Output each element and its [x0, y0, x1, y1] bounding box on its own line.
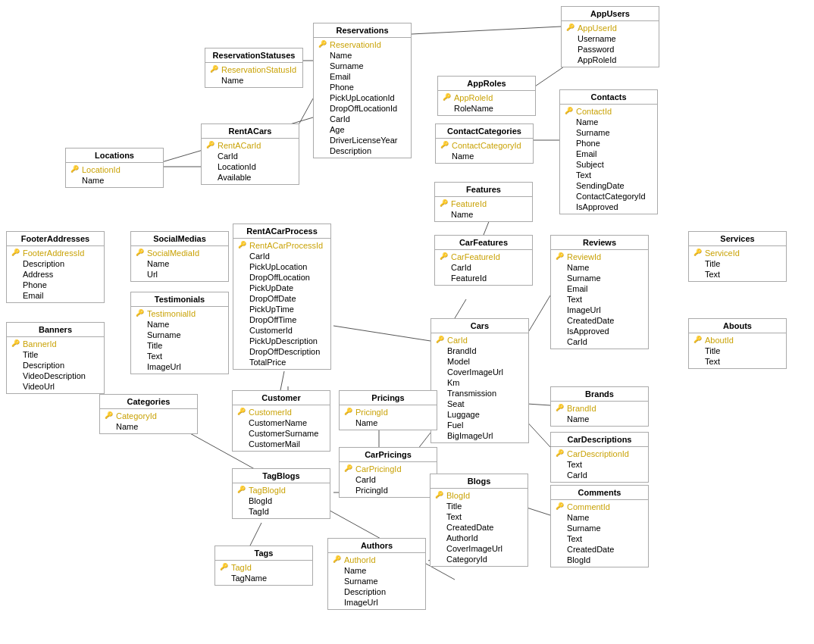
field-cars-2: Model [431, 356, 528, 367]
key-icon: 🔑 [556, 404, 565, 413]
field-name-comments-5: BlogId [567, 555, 590, 564]
field-authors-2: Surname [328, 576, 425, 586]
field-name-reservations-3: Email [330, 72, 351, 81]
field-contacts-1: Name [560, 117, 657, 127]
field-name-contacts-9: IsApproved [576, 202, 618, 211]
field-cars-0: 🔑CarId [431, 335, 528, 345]
table-body-comments: 🔑CommentIdNameSurnameTextCreatedDateBlog… [551, 500, 648, 567]
table-body-abouts: 🔑AboutIdTitleText [689, 333, 786, 368]
field-name-appUsers-1: Username [578, 34, 616, 43]
field-comments-0: 🔑CommentId [551, 502, 648, 512]
table-carFeatures: CarFeatures🔑CarFeatureIdCarIdFeatureId [434, 235, 533, 286]
field-name-reservations-9: DriverLicenseYear [330, 136, 397, 145]
key-icon: 🔑 [443, 93, 452, 102]
field-socialMedias-1: Name [131, 258, 228, 269]
field-contacts-0: 🔑ContactId [560, 106, 657, 117]
field-banners-2: Description [7, 360, 104, 370]
key-icon: 🔑 [565, 107, 574, 116]
field-reservations-9: DriverLicenseYear [314, 135, 411, 145]
table-body-blogs: 🔑BlogIdTitleTextCreatedDateAuthorIdCover… [430, 489, 528, 566]
table-header-appRoles: AppRoles [438, 77, 535, 91]
field-name-rentACarProcess-8: CustomerId [249, 326, 293, 335]
field-cars-4: Km [431, 377, 528, 388]
table-reviews: Reviews🔑ReviewIdNameSurnameEmailTextImag… [550, 235, 649, 349]
field-name-carFeatures-0: CarFeatureId [451, 252, 500, 261]
field-name-tagBlogs-0: TagBlogId [249, 486, 286, 495]
field-brands-1: Name [551, 414, 648, 424]
table-body-reservations: 🔑ReservationIdNameSurnameEmailPhonePickU… [314, 38, 411, 158]
table-header-rentACarProcess: RentACarProcess [233, 224, 330, 239]
field-authors-3: Description [328, 586, 425, 597]
field-name-banners-2: Description [23, 361, 64, 370]
table-header-cars: Cars [431, 319, 528, 333]
field-name-carDescriptions-2: CarId [567, 470, 587, 480]
field-appUsers-3: AppRoleId [562, 55, 659, 65]
field-name-rentACarProcess-11: TotalPrice [249, 358, 286, 367]
field-contacts-2: Surname [560, 127, 657, 138]
field-banners-0: 🔑BannerId [7, 339, 104, 349]
field-blogs-0: 🔑BlogId [430, 490, 528, 501]
field-comments-2: Surname [551, 523, 648, 533]
field-name-footerAddresses-4: Email [23, 291, 44, 300]
field-rentACarProcess-9: PickUpDescription [233, 336, 330, 346]
field-name-contacts-3: Phone [576, 139, 600, 148]
field-name-abouts-0: AboutId [705, 336, 734, 345]
field-name-contacts-6: Text [576, 170, 591, 180]
field-name-services-2: Text [705, 270, 720, 279]
field-testimonials-2: Surname [131, 330, 228, 340]
key-icon: 🔑 [693, 336, 703, 345]
field-reservations-5: PickUpLocationId [314, 92, 411, 103]
table-customer: Customer🔑CustomerIdCustomerNameCustomerS… [232, 390, 330, 452]
field-name-authors-1: Name [344, 566, 366, 575]
field-name-cars-6: Seat [447, 399, 465, 408]
field-appUsers-1: Username [562, 33, 659, 44]
field-cars-7: Luggage [431, 409, 528, 420]
key-icon: 🔑 [556, 252, 565, 261]
svg-line-14 [333, 326, 430, 341]
field-name-rentACars-1: CarId [218, 152, 238, 161]
field-banners-4: VideoUrl [7, 381, 104, 392]
field-comments-1: Name [551, 512, 648, 523]
er-diagram-canvas: Reservations🔑ReservationIdNameSurnameEma… [0, 0, 814, 644]
field-reviews-5: ImageUrl [551, 305, 648, 315]
table-header-carDescriptions: CarDescriptions [551, 433, 648, 447]
table-body-pricings: 🔑PricingIdName [340, 405, 437, 430]
table-carDescriptions: CarDescriptions🔑CarDescriptionIdTextCarI… [550, 432, 649, 483]
field-name-blogs-0: BlogId [446, 491, 470, 500]
field-name-blogs-5: CoverImageUrl [446, 544, 502, 553]
field-rentACarProcess-1: CarId [233, 251, 330, 261]
field-reviews-8: CarId [551, 336, 648, 347]
table-header-testimonials: Testimonials [131, 292, 228, 307]
field-rentACars-3: Available [202, 172, 299, 183]
field-name-comments-4: CreatedDate [567, 545, 614, 554]
field-reservations-1: Name [314, 50, 411, 61]
table-body-cars: 🔑CarIdBrandIdModelCoverImageUrlKmTransmi… [431, 333, 528, 442]
field-rentACarProcess-7: DropOffTime [233, 314, 330, 325]
field-name-testimonials-0: TestimonialId [147, 309, 196, 318]
field-cars-6: Seat [431, 399, 528, 409]
field-testimonials-0: 🔑TestimonialId [131, 308, 228, 319]
field-reservations-10: Description [314, 145, 411, 156]
field-contactCategories-0: 🔑ContactCategoryId [436, 140, 533, 151]
field-name-appRoles-0: AppRoleId [454, 93, 493, 102]
field-name-customer-1: CustomerName [249, 418, 307, 427]
field-appRoles-1: RoleName [438, 103, 535, 114]
field-name-contacts-2: Surname [576, 128, 610, 137]
table-header-tagBlogs: TagBlogs [233, 469, 330, 483]
field-pricings-1: Name [340, 417, 437, 428]
field-name-contacts-1: Name [576, 117, 598, 127]
svg-line-1 [412, 27, 561, 34]
field-footerAddresses-3: Phone [7, 280, 104, 290]
table-body-testimonials: 🔑TestimonialIdNameSurnameTitleTextImageU… [131, 307, 228, 374]
field-name-contacts-4: Email [576, 149, 597, 158]
field-footerAddresses-0: 🔑FooterAddressId [7, 248, 104, 258]
field-services-1: Title [689, 258, 786, 269]
field-carFeatures-0: 🔑CarFeatureId [435, 252, 532, 262]
table-appRoles: AppRoles🔑AppRoleIdRoleName [437, 76, 536, 116]
field-name-reviews-2: Surname [567, 274, 601, 283]
key-icon: 🔑 [344, 464, 353, 474]
table-body-customer: 🔑CustomerIdCustomerNameCustomerSurnameCu… [233, 405, 330, 451]
table-contacts: Contacts🔑ContactIdNameSurnamePhoneEmailS… [559, 89, 658, 214]
field-name-features-0: FeatureId [451, 199, 487, 208]
field-tags-1: TagName [215, 573, 312, 583]
